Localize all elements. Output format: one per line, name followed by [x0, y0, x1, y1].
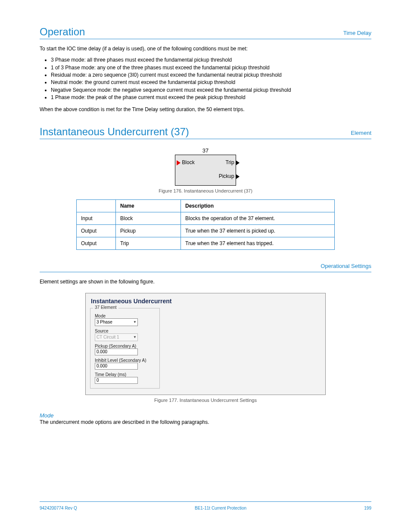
select-value: 3 Phase	[97, 320, 112, 324]
subhead-mode: Mode	[40, 412, 371, 419]
body-text: When the above condition is met for the …	[40, 106, 371, 113]
table-cell: Blocks the operation of the 37 element.	[181, 212, 335, 224]
table-row: Input Block Blocks the operation of the …	[77, 212, 335, 224]
bullet: Residual mode: a zero sequence (3I0) cur…	[51, 72, 371, 79]
table-row: Output Pickup True when the 37 element i…	[77, 224, 335, 237]
element-block-title: 37	[175, 147, 236, 154]
fieldset-37: 37 Element Mode 3 Phase ▼ Source CT Circ…	[90, 308, 160, 389]
chevron-down-icon: ▼	[133, 320, 137, 324]
source-select[interactable]: CT Circuit 1 ▼	[95, 333, 138, 341]
table-row: Name Description	[77, 199, 335, 212]
table-header: Description	[181, 199, 335, 212]
figure-caption: Figure 177. Instantaneous Undercurrent S…	[40, 398, 371, 403]
label-inhibit: Inhibit Level (Secondary A)	[95, 358, 155, 363]
select-value: CT Circuit 1	[97, 335, 119, 339]
subhead-operational-settings: Operational Settings	[321, 263, 371, 269]
label-source: Source	[95, 329, 155, 333]
port-pickup: Pickup	[219, 173, 240, 179]
fieldset-legend: 37 Element	[93, 305, 118, 310]
body-text: To start the IOC time delay (if a delay …	[40, 45, 371, 52]
panel-title: Instantaneous Undercurrent	[91, 298, 321, 305]
subhead-time-delay: Time Delay	[343, 30, 371, 36]
bullet: 3 Phase mode: all three phases must exce…	[51, 56, 371, 64]
settings-panel: Instantaneous Undercurrent 37 Element Mo…	[85, 293, 326, 395]
rule	[40, 39, 371, 39]
footer-left: 9424200774 Rev Q	[40, 506, 77, 510]
triangle-icon	[177, 160, 181, 165]
table-cell: Output	[77, 224, 116, 237]
bullet: 1 of 3 Phase mode: any one of the three …	[51, 64, 371, 72]
chevron-down-icon: ▼	[133, 335, 137, 339]
table-cell: True when the 37 element is picked up.	[181, 224, 335, 237]
triangle-icon	[236, 160, 240, 165]
port-block: Block	[177, 159, 195, 165]
pickup-input[interactable]	[95, 348, 138, 355]
element-block-37: 37 Block Trip Pickup	[175, 155, 236, 186]
section-title-37: Instantaneous Undercurrent (37)	[40, 126, 189, 138]
page-footer: 9424200774 Rev Q BE1-11t Current Protect…	[40, 506, 371, 510]
table-cell: True when the 37 element has tripped.	[181, 237, 335, 249]
mode-select[interactable]: 3 Phase ▼	[95, 318, 138, 326]
label-pickup: Pickup (Secondary A)	[95, 344, 155, 348]
figure-caption: Figure 176. Instantaneous Undercurrent (…	[40, 188, 371, 193]
table-row: Output Trip True when the 37 element has…	[77, 237, 335, 249]
table-cell: Output	[77, 237, 116, 249]
bullet: 1 Phase mode: the peak of the phase curr…	[51, 94, 371, 101]
label-delay: Time Delay (ms)	[95, 372, 155, 377]
footer-right: 199	[364, 506, 371, 510]
section-title-operation: Operation	[40, 26, 85, 38]
table-cell: Trip	[116, 237, 181, 249]
subhead-element: Element	[351, 130, 371, 136]
footer-rule	[40, 501, 371, 502]
table-header: Name	[116, 199, 181, 212]
footer-center: BE1-11t Current Protection	[195, 506, 246, 510]
port-label: Trip	[225, 159, 234, 165]
label-mode: Mode	[95, 314, 155, 318]
table-cell: Input	[77, 212, 116, 224]
port-label: Block	[182, 159, 194, 165]
inhibit-input[interactable]	[95, 363, 138, 370]
body-text: The undercurrent mode options are descri…	[40, 419, 371, 426]
table-cell: Block	[116, 212, 181, 224]
rule	[40, 139, 371, 139]
bullet: Negative Sequence mode: the negative seq…	[51, 87, 371, 94]
table-cell: Pickup	[116, 224, 181, 237]
io-table: Name Description Input Block Blocks the …	[76, 199, 335, 250]
port-trip: Trip	[225, 159, 240, 165]
table-header	[77, 199, 116, 212]
bullet: Neutral mode: the ground current must ex…	[51, 79, 371, 86]
delay-input[interactable]	[95, 377, 138, 384]
port-label: Pickup	[219, 173, 234, 179]
body-text: Element settings are shown in the follow…	[40, 278, 371, 285]
rule	[40, 272, 371, 272]
triangle-icon	[236, 174, 240, 179]
